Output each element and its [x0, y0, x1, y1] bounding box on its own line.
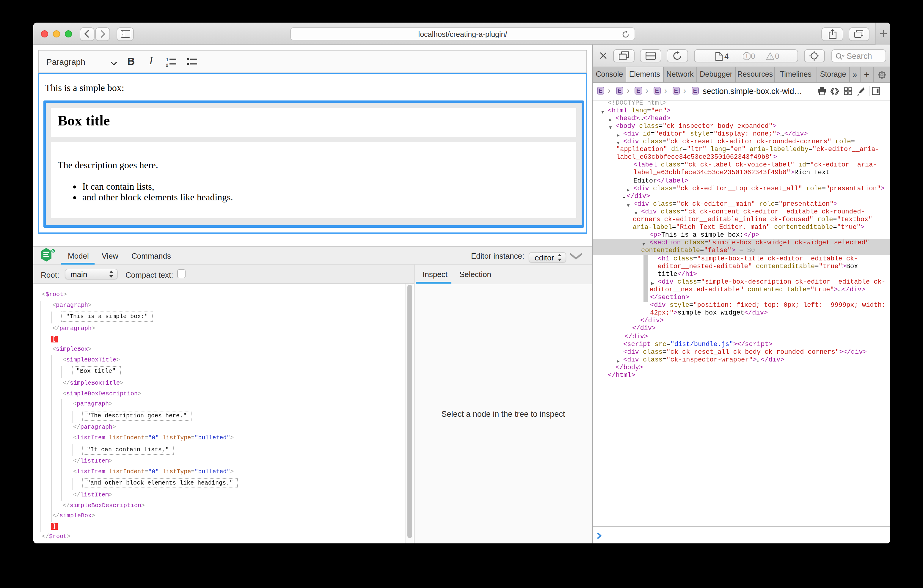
- svg-text:1: 1: [166, 57, 168, 62]
- svg-text:!: !: [770, 54, 771, 59]
- svg-text:2: 2: [166, 62, 168, 67]
- svg-text:!: !: [746, 53, 747, 59]
- svg-text:5: 5: [52, 249, 54, 253]
